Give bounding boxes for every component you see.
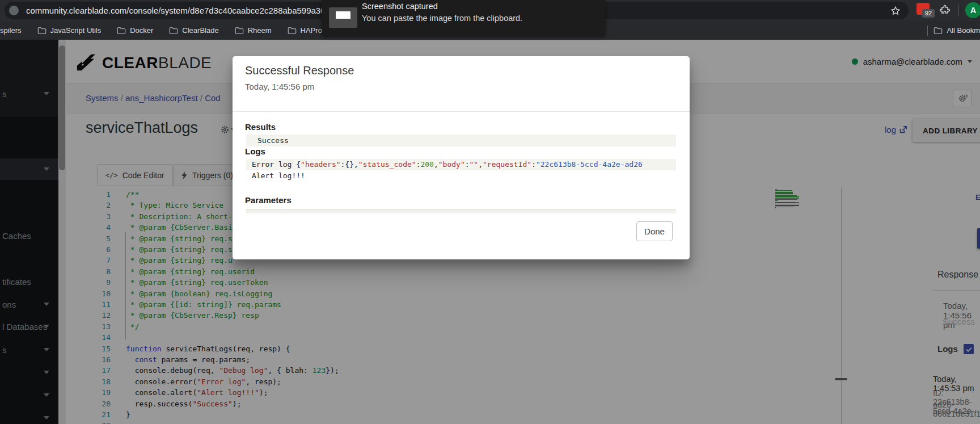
folder-icon [288, 27, 297, 35]
site-info-icon[interactable] [9, 6, 19, 15]
notification-body: You can paste the image from the clipboa… [362, 14, 522, 23]
log-line: Error log {"headers":{},"status_code":20… [246, 159, 676, 170]
folder-icon [235, 27, 244, 35]
parameters-heading: Parameters [245, 195, 292, 205]
parameters-box [246, 209, 676, 213]
folder-icon [169, 27, 178, 35]
bookmark-item[interactable]: HAPro [288, 26, 322, 35]
url-text: community.clearblade.com/console/system/… [26, 6, 362, 15]
code-segment: Alert log!!! [252, 171, 305, 180]
bookmark-star-icon[interactable] [890, 6, 901, 16]
code-segment: : [465, 160, 470, 169]
successful-response-dialog: Successful Response Today, 1:45:56 pm Re… [233, 56, 690, 259]
folder-icon [117, 27, 126, 35]
screenshot-thumbnail [329, 7, 357, 28]
dialog-divider [233, 111, 690, 112]
done-button[interactable]: Done [636, 221, 673, 241]
code-segment: :{}, [341, 160, 358, 169]
code-segment: 200 [420, 160, 433, 169]
bookmark-item[interactable]: JavaScript Utils [37, 26, 102, 35]
logs-output: Error log {"headers":{},"status_code":20… [246, 159, 676, 182]
results-value: Success [246, 135, 676, 146]
bookmarks-bar-right: All Bookm [927, 21, 980, 40]
toolbar-divider [958, 5, 958, 16]
code-segment: Error log { [252, 160, 301, 169]
bookmarks-list: spilersJavaScript UtilsDockerClearBladeR… [0, 21, 322, 40]
logs-heading: Logs [245, 146, 265, 156]
screen: community.clearblade.com/console/system/… [0, 0, 980, 424]
bookmark-item[interactable]: spilers [0, 26, 22, 35]
code-segment: "body" [438, 160, 465, 169]
results-heading: Results [245, 122, 276, 132]
code-segment: , [434, 160, 438, 169]
bookmark-item[interactable]: ClearBlade [169, 26, 218, 35]
dialog-timestamp: Today, 1:45:56 pm [245, 82, 314, 91]
bookmarks-divider [927, 26, 928, 36]
code-segment: "headers" [301, 160, 340, 169]
bookmark-item[interactable]: Rheem [235, 26, 272, 35]
code-segment: "requestId" [483, 160, 531, 169]
extension-badge: 92 [922, 9, 935, 18]
extensions-puzzle-icon[interactable] [939, 5, 951, 16]
notification-title: Screenshot captured [362, 2, 438, 11]
dialog-title: Successful Response [245, 64, 354, 77]
bookmark-item[interactable]: Docker [117, 26, 153, 35]
code-segment: "22c613b8-5ccd-4a2e-ad26 [536, 160, 643, 169]
folder-icon [933, 27, 943, 35]
folder-icon [37, 27, 47, 35]
browser-profile-avatar[interactable]: A [965, 2, 980, 18]
screenshot-notification[interactable]: Screenshot captured You can paste the im… [322, 0, 605, 36]
code-segment: : [531, 160, 536, 169]
code-segment: "" [470, 160, 479, 169]
all-bookmarks[interactable]: All Bookm [933, 26, 980, 35]
code-segment: , [478, 160, 483, 169]
code-segment: "status_code" [358, 160, 416, 169]
log-line: Alert log!!! [246, 170, 676, 182]
